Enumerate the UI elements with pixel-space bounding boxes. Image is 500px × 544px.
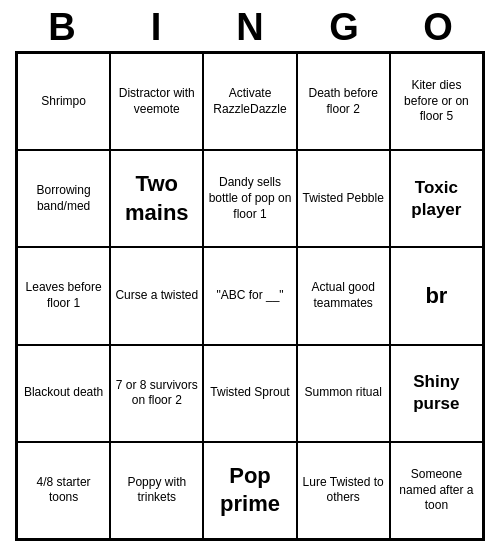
bingo-cell-10: Leaves before floor 1 [17,247,110,344]
bingo-cell-17: Twisted Sprout [203,345,296,442]
bingo-cell-1: Distractor with veemote [110,53,203,150]
title-i: I [131,6,181,49]
title-b: B [37,6,87,49]
bingo-cell-23: Lure Twisted to others [297,442,390,539]
bingo-cell-7: Dandy sells bottle of pop on floor 1 [203,150,296,247]
bingo-cell-21: Poppy with trinkets [110,442,203,539]
bingo-cell-6: Two mains [110,150,203,247]
bingo-cell-4: Kiter dies before or on floor 5 [390,53,483,150]
bingo-cell-11: Curse a twisted [110,247,203,344]
bingo-cell-22: Pop prime [203,442,296,539]
bingo-cell-12: "ABC for __" [203,247,296,344]
bingo-cell-18: Summon ritual [297,345,390,442]
bingo-cell-2: Activate RazzleDazzle [203,53,296,150]
bingo-grid: ShrimpoDistractor with veemoteActivate R… [15,51,485,541]
bingo-cell-5: Borrowing band/med [17,150,110,247]
bingo-cell-16: 7 or 8 survivors on floor 2 [110,345,203,442]
title-o: O [413,6,463,49]
bingo-cell-9: Toxic player [390,150,483,247]
bingo-cell-15: Blackout death [17,345,110,442]
bingo-cell-3: Death before floor 2 [297,53,390,150]
title-n: N [225,6,275,49]
title-g: G [319,6,369,49]
bingo-cell-14: br [390,247,483,344]
bingo-cell-20: 4/8 starter toons [17,442,110,539]
bingo-title: B I N G O [15,0,485,51]
bingo-cell-13: Actual good teammates [297,247,390,344]
bingo-cell-24: Someone named after a toon [390,442,483,539]
bingo-cell-19: Shiny purse [390,345,483,442]
bingo-cell-8: Twisted Pebble [297,150,390,247]
bingo-cell-0: Shrimpo [17,53,110,150]
